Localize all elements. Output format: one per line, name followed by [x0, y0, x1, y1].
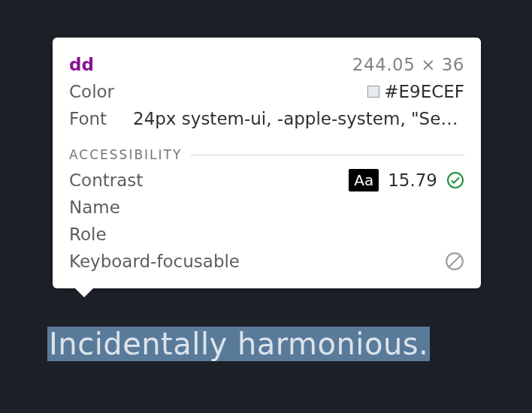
color-hex: #E9ECEF	[384, 82, 464, 101]
obscured-text-row	[47, 298, 423, 328]
divider	[191, 155, 464, 155]
contrast-row: Contrast Aa 15.79	[69, 167, 464, 194]
color-value: #E9ECEF	[133, 82, 464, 101]
check-circle-icon	[446, 171, 464, 189]
accessibility-title: ACCESSIBILITY	[69, 147, 182, 162]
contrast-badge: Aa	[349, 169, 379, 191]
svg-line-2	[449, 255, 460, 267]
color-label: Color	[69, 82, 133, 101]
name-label: Name	[69, 197, 120, 217]
svg-point-0	[448, 173, 463, 188]
name-row: Name	[69, 194, 464, 221]
role-label: Role	[69, 225, 107, 244]
contrast-value-group: Aa 15.79	[349, 169, 464, 191]
accessibility-section-header: ACCESSIBILITY	[69, 147, 464, 162]
header-row: dd 244.05 × 36	[69, 51, 464, 78]
color-swatch-icon	[367, 86, 379, 98]
font-label: Font	[69, 109, 133, 128]
highlighted-selection[interactable]: Incidentally harmonious.	[47, 327, 430, 361]
inspected-dom-text[interactable]: Incidentally harmonious.	[47, 327, 430, 361]
color-row: Color #E9ECEF	[69, 78, 464, 105]
prohibit-icon	[445, 252, 464, 271]
font-row: Font 24px system-ui, -apple-system, "Seg…	[69, 105, 464, 132]
element-dimensions: 244.05 × 36	[352, 55, 464, 74]
keyboard-row: Keyboard-focusable	[69, 248, 464, 275]
contrast-number: 15.79	[388, 170, 437, 190]
contrast-label: Contrast	[69, 170, 143, 190]
role-row: Role	[69, 221, 464, 248]
keyboard-label: Keyboard-focusable	[69, 252, 240, 271]
element-tag: dd	[69, 55, 94, 74]
element-inspector-tooltip: dd 244.05 × 36 Color #E9ECEF Font 24px s…	[53, 38, 481, 288]
font-value: 24px system-ui, -apple-system, "Segoe…	[133, 109, 464, 128]
